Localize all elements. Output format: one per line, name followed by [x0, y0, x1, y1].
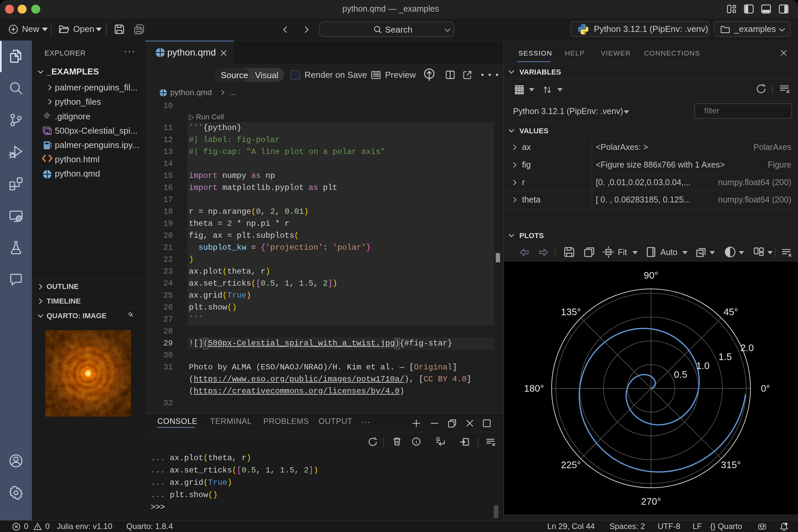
svg-text:270°: 270°	[641, 496, 661, 507]
svg-text:45°: 45°	[723, 307, 738, 317]
svg-text:1.0: 1.0	[696, 360, 709, 371]
svg-text:0°: 0°	[761, 383, 770, 394]
svg-text:1.5: 1.5	[719, 352, 732, 362]
svg-text:135°: 135°	[561, 307, 581, 317]
svg-text:180°: 180°	[524, 383, 544, 394]
svg-text:225°: 225°	[561, 459, 581, 470]
svg-text:ab: ab	[436, 437, 440, 440]
svg-text:0.5: 0.5	[674, 369, 687, 380]
svg-text:2.0: 2.0	[740, 342, 754, 353]
svg-text:90°: 90°	[644, 270, 658, 281]
svg-text:315°: 315°	[721, 459, 741, 470]
